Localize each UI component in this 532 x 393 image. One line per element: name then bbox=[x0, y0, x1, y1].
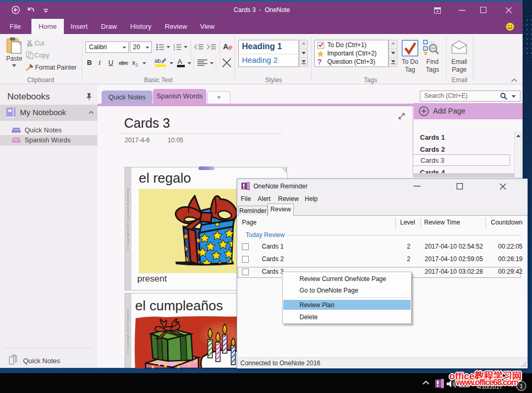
svg-text:3: 3 bbox=[173, 48, 175, 51]
svg-text:ab: ab bbox=[154, 58, 161, 64]
svg-text:A: A bbox=[178, 58, 182, 65]
svg-text:A: A bbox=[223, 42, 228, 51]
